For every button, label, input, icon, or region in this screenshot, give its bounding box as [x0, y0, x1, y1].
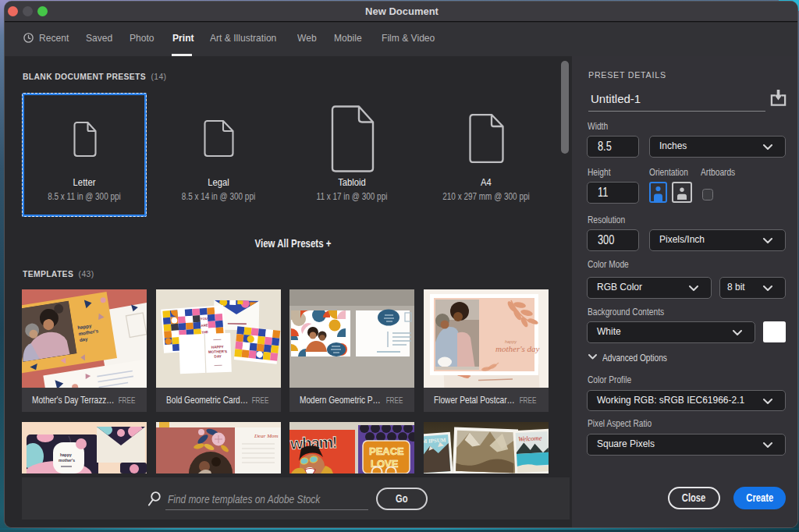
svg-text:mother's: mother's [59, 458, 75, 463]
svg-text:mother's day: mother's day [495, 344, 540, 353]
svg-text:THE: THE [201, 330, 208, 335]
svg-text:DAY: DAY [214, 354, 221, 358]
svg-text:happy: happy [60, 452, 72, 457]
svg-text:YOU: YOU [200, 317, 208, 321]
svg-text:HAPPY: HAPPY [211, 345, 223, 349]
svg-text:MOTHER'S: MOTHER'S [208, 349, 226, 354]
svg-text:ARE: ARE [201, 323, 208, 328]
svg-text:Dear Mom: Dear Mom [254, 433, 279, 439]
svg-text:Welcome: Welcome [517, 434, 542, 443]
svg-text:PEACE: PEACE [369, 445, 404, 457]
